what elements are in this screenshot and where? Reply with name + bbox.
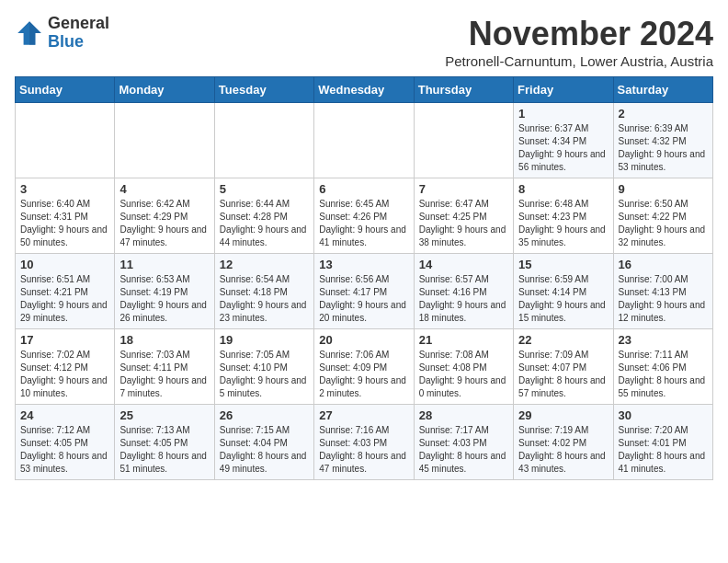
- calendar-cell: 30Sunrise: 7:20 AMSunset: 4:01 PMDayligh…: [613, 405, 712, 480]
- day-info: Sunrise: 6:54 AMSunset: 4:18 PMDaylight:…: [220, 273, 309, 325]
- calendar-cell: 20Sunrise: 7:06 AMSunset: 4:09 PMDayligh…: [314, 329, 414, 405]
- day-number: 12: [220, 258, 309, 271]
- weekday-header-wednesday: Wednesday: [314, 77, 414, 103]
- day-info: Sunrise: 7:11 AMSunset: 4:06 PMDaylight:…: [619, 349, 708, 400]
- day-number: 22: [518, 333, 608, 347]
- weekday-header-monday: Monday: [115, 77, 214, 103]
- day-number: 28: [419, 408, 508, 422]
- day-info: Sunrise: 7:17 AMSunset: 4:03 PMDaylight:…: [419, 424, 508, 476]
- day-info: Sunrise: 6:57 AMSunset: 4:16 PMDaylight:…: [419, 273, 508, 325]
- calendar-cell: 19Sunrise: 7:05 AMSunset: 4:10 PMDayligh…: [214, 329, 313, 405]
- calendar-cell: [314, 103, 414, 178]
- day-info: Sunrise: 6:59 AMSunset: 4:14 PMDaylight:…: [518, 273, 608, 325]
- month-title: November 2024: [445, 15, 713, 53]
- calendar-cell: 14Sunrise: 6:57 AMSunset: 4:16 PMDayligh…: [414, 254, 513, 329]
- day-number: 3: [20, 182, 109, 196]
- day-info: Sunrise: 7:02 AMSunset: 4:12 PMDaylight:…: [20, 349, 109, 400]
- day-info: Sunrise: 7:12 AMSunset: 4:05 PMDaylight:…: [20, 424, 109, 476]
- day-info: Sunrise: 7:09 AMSunset: 4:07 PMDaylight:…: [518, 349, 608, 400]
- calendar-cell: 7Sunrise: 6:47 AMSunset: 4:25 PMDaylight…: [414, 178, 513, 254]
- day-number: 27: [319, 408, 408, 422]
- day-info: Sunrise: 7:19 AMSunset: 4:02 PMDaylight:…: [518, 424, 608, 476]
- calendar-cell: 29Sunrise: 7:19 AMSunset: 4:02 PMDayligh…: [514, 405, 613, 480]
- calendar-table: SundayMondayTuesdayWednesdayThursdayFrid…: [15, 76, 713, 480]
- day-number: 15: [518, 258, 608, 271]
- day-number: 25: [119, 408, 209, 422]
- calendar-week-3: 17Sunrise: 7:02 AMSunset: 4:12 PMDayligh…: [16, 329, 713, 405]
- day-info: Sunrise: 6:48 AMSunset: 4:23 PMDaylight:…: [518, 198, 608, 249]
- day-info: Sunrise: 6:42 AMSunset: 4:29 PMDaylight:…: [119, 198, 209, 249]
- day-info: Sunrise: 6:47 AMSunset: 4:25 PMDaylight:…: [419, 198, 508, 249]
- day-info: Sunrise: 6:37 AMSunset: 4:34 PMDaylight:…: [518, 122, 608, 174]
- calendar-cell: 15Sunrise: 6:59 AMSunset: 4:14 PMDayligh…: [514, 254, 613, 329]
- calendar-cell: 8Sunrise: 6:48 AMSunset: 4:23 PMDaylight…: [514, 178, 613, 254]
- calendar-cell: [115, 103, 214, 178]
- day-number: 7: [419, 182, 508, 196]
- day-info: Sunrise: 7:15 AMSunset: 4:04 PMDaylight:…: [220, 424, 309, 476]
- calendar-cell: 9Sunrise: 6:50 AMSunset: 4:22 PMDaylight…: [613, 178, 712, 254]
- calendar-cell: 16Sunrise: 7:00 AMSunset: 4:13 PMDayligh…: [613, 254, 712, 329]
- day-info: Sunrise: 7:06 AMSunset: 4:09 PMDaylight:…: [319, 349, 408, 400]
- day-number: 20: [319, 333, 408, 347]
- calendar-cell: 11Sunrise: 6:53 AMSunset: 4:19 PMDayligh…: [115, 254, 214, 329]
- calendar-week-1: 3Sunrise: 6:40 AMSunset: 4:31 PMDaylight…: [16, 178, 713, 254]
- day-info: Sunrise: 6:51 AMSunset: 4:21 PMDaylight:…: [20, 273, 109, 325]
- day-info: Sunrise: 6:44 AMSunset: 4:28 PMDaylight:…: [220, 198, 309, 249]
- calendar-cell: 24Sunrise: 7:12 AMSunset: 4:05 PMDayligh…: [16, 405, 115, 480]
- calendar-cell: 18Sunrise: 7:03 AMSunset: 4:11 PMDayligh…: [115, 329, 214, 405]
- calendar-cell: 6Sunrise: 6:45 AMSunset: 4:26 PMDaylight…: [314, 178, 414, 254]
- weekday-header-thursday: Thursday: [414, 77, 513, 103]
- weekday-header-friday: Friday: [514, 77, 613, 103]
- day-number: 5: [220, 182, 309, 196]
- day-info: Sunrise: 7:16 AMSunset: 4:03 PMDaylight:…: [319, 424, 408, 476]
- calendar-cell: 23Sunrise: 7:11 AMSunset: 4:06 PMDayligh…: [613, 329, 712, 405]
- calendar-cell: 10Sunrise: 6:51 AMSunset: 4:21 PMDayligh…: [16, 254, 115, 329]
- day-info: Sunrise: 7:03 AMSunset: 4:11 PMDaylight:…: [119, 349, 209, 400]
- title-block: November 2024 Petronell-Carnuntum, Lower…: [445, 15, 713, 69]
- calendar-cell: 2Sunrise: 6:39 AMSunset: 4:32 PMDaylight…: [613, 103, 712, 178]
- calendar-cell: 12Sunrise: 6:54 AMSunset: 4:18 PMDayligh…: [214, 254, 313, 329]
- calendar-cell: 22Sunrise: 7:09 AMSunset: 4:07 PMDayligh…: [514, 329, 613, 405]
- calendar-cell: 26Sunrise: 7:15 AMSunset: 4:04 PMDayligh…: [214, 405, 313, 480]
- day-info: Sunrise: 6:56 AMSunset: 4:17 PMDaylight:…: [319, 273, 408, 325]
- logo: General Blue: [15, 15, 109, 52]
- day-number: 8: [518, 182, 608, 196]
- day-info: Sunrise: 7:13 AMSunset: 4:05 PMDaylight:…: [119, 424, 209, 476]
- calendar-cell: 4Sunrise: 6:42 AMSunset: 4:29 PMDaylight…: [115, 178, 214, 254]
- calendar-cell: 5Sunrise: 6:44 AMSunset: 4:28 PMDaylight…: [214, 178, 313, 254]
- day-info: Sunrise: 7:05 AMSunset: 4:10 PMDaylight:…: [220, 349, 309, 400]
- day-number: 23: [619, 333, 708, 347]
- day-number: 30: [619, 408, 708, 422]
- day-number: 21: [419, 333, 508, 347]
- day-number: 13: [319, 258, 408, 271]
- day-number: 9: [619, 182, 708, 196]
- day-number: 16: [619, 258, 708, 271]
- calendar-cell: 17Sunrise: 7:02 AMSunset: 4:12 PMDayligh…: [16, 329, 115, 405]
- calendar-cell: [414, 103, 513, 178]
- weekday-header-sunday: Sunday: [16, 77, 115, 103]
- location-subtitle: Petronell-Carnuntum, Lower Austria, Aust…: [445, 53, 713, 69]
- day-info: Sunrise: 7:00 AMSunset: 4:13 PMDaylight:…: [619, 273, 708, 325]
- day-info: Sunrise: 6:40 AMSunset: 4:31 PMDaylight:…: [20, 198, 109, 249]
- calendar-cell: 28Sunrise: 7:17 AMSunset: 4:03 PMDayligh…: [414, 405, 513, 480]
- logo-text: General Blue: [48, 15, 109, 52]
- svg-marker-1: [29, 21, 41, 45]
- calendar-week-0: 1Sunrise: 6:37 AMSunset: 4:34 PMDaylight…: [16, 103, 713, 178]
- calendar-week-2: 10Sunrise: 6:51 AMSunset: 4:21 PMDayligh…: [16, 254, 713, 329]
- day-number: 2: [619, 107, 708, 121]
- calendar-cell: 25Sunrise: 7:13 AMSunset: 4:05 PMDayligh…: [115, 405, 214, 480]
- day-number: 29: [518, 408, 608, 422]
- calendar-week-4: 24Sunrise: 7:12 AMSunset: 4:05 PMDayligh…: [16, 405, 713, 480]
- day-number: 10: [20, 258, 109, 271]
- day-number: 26: [220, 408, 309, 422]
- day-info: Sunrise: 6:50 AMSunset: 4:22 PMDaylight:…: [619, 198, 708, 249]
- page-header: General Blue November 2024 Petronell-Car…: [15, 15, 713, 69]
- calendar-cell: 21Sunrise: 7:08 AMSunset: 4:08 PMDayligh…: [414, 329, 513, 405]
- day-info: Sunrise: 7:08 AMSunset: 4:08 PMDaylight:…: [419, 349, 508, 400]
- day-info: Sunrise: 6:39 AMSunset: 4:32 PMDaylight:…: [619, 122, 708, 174]
- calendar-cell: [16, 103, 115, 178]
- day-number: 6: [319, 182, 408, 196]
- day-number: 11: [119, 258, 209, 271]
- weekday-header-tuesday: Tuesday: [214, 77, 313, 103]
- calendar-cell: 3Sunrise: 6:40 AMSunset: 4:31 PMDaylight…: [16, 178, 115, 254]
